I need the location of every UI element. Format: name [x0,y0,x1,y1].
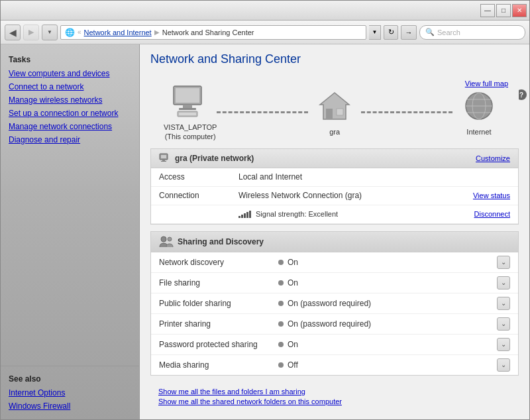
public-folder-expand[interactable]: ⌄ [497,297,510,310]
file-sharing-dot [278,280,284,286]
footer-link-files[interactable]: Show me all the files and folders I am s… [158,388,511,395]
sidebar-item-internet-options[interactable]: Internet Options [1,386,139,399]
sharing-row-printer: Printer sharing On (password required) ⌄ [151,314,518,335]
tasks-label: Tasks [1,51,139,67]
search-box[interactable]: 🔍 Search [419,25,525,40]
svg-rect-17 [161,161,166,162]
network-node-computer: VISTA_LAPTOP (This computer) [164,83,217,142]
sidebar-item-diagnose[interactable]: Diagnose and repair [1,133,139,146]
info-row-signal: Signal strength: Excellent Disconnect [151,205,518,224]
node-router-label: gra [329,127,340,136]
media-sharing-label: Media sharing [159,360,278,370]
main-layout: Tasks View computers and devices Connect… [1,44,529,419]
password-protected-label: Password protected sharing [159,340,278,349]
svg-rect-7 [326,109,333,119]
svg-rect-1 [176,88,199,103]
disconnect-link[interactable]: Disconnect [474,210,510,218]
file-sharing-status: On [288,278,298,288]
network-discovery-expand[interactable]: ⌄ [497,256,510,269]
maximize-button[interactable]: □ [496,4,511,17]
page-title: Network and Sharing Center [150,52,519,66]
password-protected-dot [278,342,284,347]
svg-marker-6 [320,93,349,119]
printer-sharing-expand[interactable]: ⌄ [497,317,510,331]
title-bar-buttons: — □ ✕ [480,4,527,17]
search-icon: 🔍 [425,28,435,36]
breadcrumb-network-internet[interactable]: Network and Internet [84,28,152,36]
node-internet-label: Internet [466,127,491,136]
sidebar-item-connect-network[interactable]: Connect to a network [1,80,139,93]
back-button[interactable]: ◀ [5,25,21,40]
signal-strength-icon [238,210,251,218]
footer-link-folders[interactable]: Show me all the shared network folders o… [158,397,511,405]
sidebar-item-setup-connection[interactable]: Set up a connection or network [1,107,139,120]
computer-icon [170,83,210,120]
file-sharing-expand[interactable]: ⌄ [497,276,510,289]
password-protected-value: On [278,340,497,349]
password-protected-status: On [288,340,298,349]
refresh-button[interactable]: ↻ [384,25,398,40]
sharing-title: Sharing and Discovery [178,237,264,246]
customize-link[interactable]: Customize [476,154,510,162]
connection-value: Wireless Network Connection (gra) [238,191,473,200]
media-sharing-dot [278,362,284,368]
dashed-line-2 [361,111,452,113]
signal-text: Signal strength: Excellent [256,210,338,218]
sidebar-item-view-computers[interactable]: View computers and devices [1,67,139,80]
go-button[interactable]: → [401,25,417,40]
sharing-row-password-protected: Password protected sharing On ⌄ [151,335,518,355]
minimize-button[interactable]: — [480,4,495,17]
address-dropdown[interactable]: ▼ [369,25,381,40]
footer-links: Show me all the files and folders I am s… [150,382,519,413]
sidebar-item-manage-connections[interactable]: Manage network connections [1,120,139,133]
search-placeholder: Search [437,28,460,36]
printer-sharing-dot [278,321,284,327]
view-full-map-link[interactable]: View full map [465,79,508,87]
svg-rect-15 [161,155,166,158]
info-row-connection: Connection Wireless Network Connection (… [151,187,518,205]
breadcrumb-separator1: « [78,28,81,36]
network-discovery-label: Network discovery [159,258,278,267]
network-title-icon [159,153,171,164]
network-map: View full map [150,77,519,148]
forward-button[interactable]: ▶ [23,25,39,40]
signal-bar-3 [244,213,246,218]
sidebar-spacer [1,146,139,366]
sidebar-item-manage-wireless[interactable]: Manage wireless networks [1,93,139,107]
media-sharing-status: Off [288,360,298,370]
connection-label: Connection [159,191,238,200]
media-sharing-expand[interactable]: ⌄ [497,358,510,372]
sidebar-item-windows-firewall[interactable]: Windows Firewall [1,399,139,413]
sharing-header-icon [159,236,174,248]
sharing-header: Sharing and Discovery [151,232,518,252]
access-label: Access [159,172,238,182]
svg-point-19 [168,237,172,241]
node-computer-label: VISTA_LAPTOP (This computer) [164,123,217,142]
sidebar: Tasks View computers and devices Connect… [1,44,140,419]
public-folder-value: On (password required) [278,299,497,308]
info-row-access: Access Local and Internet [151,168,518,187]
public-folder-label: Public folder sharing [159,299,278,308]
svg-rect-8 [337,109,343,115]
recent-pages-button[interactable]: ▼ [42,25,58,40]
svg-rect-5 [179,113,196,115]
close-button[interactable]: ✕ [512,4,527,17]
public-folder-dot [278,301,284,306]
breadcrumb-arrow: ▶ [154,28,160,36]
network-info-header: gra (Private network) Customize [151,149,518,168]
content-area: ? Network and Sharing Center View full m… [140,44,529,419]
network-node-internet: Internet [452,88,505,136]
address-box[interactable]: 🌐 « Network and Internet ▶ Network and S… [60,25,366,40]
media-sharing-value: Off [278,360,497,370]
printer-sharing-value: On (password required) [278,319,497,329]
public-folder-status: On (password required) [288,299,371,308]
window: — □ ✕ ◀ ▶ ▼ 🌐 « Network and Internet ▶ N… [0,0,530,420]
view-status-link[interactable]: View status [473,191,510,199]
svg-rect-3 [179,108,196,110]
sharing-row-public-folder: Public folder sharing On (password requi… [151,293,518,314]
breadcrumb-network-icon: 🌐 [65,28,75,37]
network-node-router: gra [308,88,361,136]
network-info-section: gra (Private network) Customize Access L… [150,148,519,225]
see-also-section: See also Internet Options Windows Firewa… [1,366,139,413]
password-protected-expand[interactable]: ⌄ [497,338,510,351]
